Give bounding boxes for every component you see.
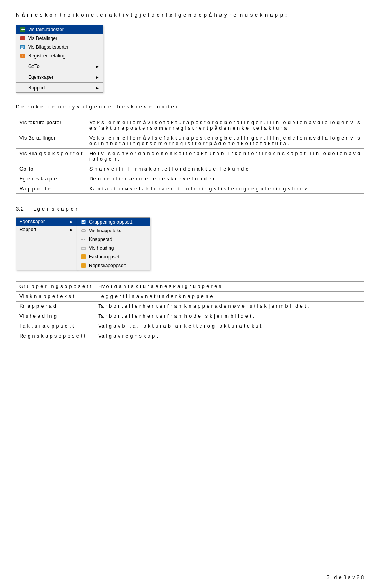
section-title: Eg e n s k a p e r <box>33 206 78 212</box>
svg-rect-4 <box>21 38 25 38</box>
main-table-desc-1: Ve k s l e r m e l l o m å v i s e f a k… <box>86 133 364 149</box>
main-table-row: Ra p p o r t e rKa n t a u t p r ø v e f… <box>16 184 364 194</box>
menu-item-rapport[interactable]: Rapport ► <box>16 83 103 92</box>
main-description-table: Vis faktura posterVe k s l e r m e l l o… <box>16 118 364 194</box>
menu3-item-regnskapsoppsett[interactable]: R Regnskapoppsett <box>77 261 150 270</box>
svg-text:$: $ <box>22 54 24 58</box>
svg-rect-11 <box>81 220 86 224</box>
second-table-row: Re g n s k a p s o p p s e t tVa l g a v… <box>16 331 364 341</box>
main-table-label-3: Go To <box>16 164 86 174</box>
main-table-desc-3: S n a r v e i t i l F i r m a k o r t e … <box>86 164 364 174</box>
second-table-label-2: Kn a p p e r a d <box>16 302 95 311</box>
svg-rect-17 <box>81 239 83 240</box>
second-table-row: Vi s he a d i n gTa r b o r t e l l e r … <box>16 311 364 321</box>
second-table-label-5: Re g n s k a p s o p p s e t t <box>16 331 95 341</box>
menu3-item-grupperingsoppsett[interactable]: Grupperings oppsett. <box>77 218 150 226</box>
menu3-label-grupperingsoppsett: Grupperings oppsett. <box>89 219 133 225</box>
main-table-label-4: Eg e n s k a p e r <box>16 174 86 184</box>
menu3-label-vis-heading: Vis heading <box>89 245 114 251</box>
section-32-heading: 3.2 Eg e n s k a p e r <box>16 206 364 212</box>
second-table-label-4: Fa k t u r a o p p s e t t <box>16 321 95 331</box>
menu3-label-fakturaoppsett: Fakturaoppsett <box>89 254 121 260</box>
menu-item-vis-betalinger[interactable]: Vis Betalinger <box>16 34 103 43</box>
main-table-desc-0: Ve k s l e r m e l l o m å v i s e f a k… <box>86 118 364 133</box>
second-table-desc-2: Ta r b o r t e l l e r h e n t e r f r a… <box>95 302 364 311</box>
svg-rect-13 <box>84 220 85 221</box>
second-table-desc-1: Le g g e r t i l n a v n e t u n d e r k… <box>95 292 364 302</box>
second-table-row: Vi s k n a p p e t e k s tLe g g e r t i… <box>16 292 364 302</box>
page-footer: S i d e 8 a v 2 8 <box>326 575 364 580</box>
fakturaoppsett-icon: F <box>80 254 87 260</box>
menu3-item-vis-heading[interactable]: Vis heading <box>77 244 150 252</box>
rapport-icon <box>19 85 26 91</box>
menu3-label-vis-knappetekst: Vis knappetekst <box>89 228 123 233</box>
vis-knappetekst-icon <box>80 228 87 234</box>
menu-item-vis-fakturaposter[interactable]: Vis fakturaposter <box>16 25 103 34</box>
context-menu-3: Grupperings oppsett. Vis knappetekst Kna… <box>77 217 150 270</box>
main-table-desc-5: Ka n t a u t p r ø v e f a k t u r a e r… <box>86 184 364 194</box>
menu-divider-2 <box>16 72 103 72</box>
main-table-label-5: Ra p p o r t e r <box>16 184 86 194</box>
desc-heading: D e e n k e l t e m e n y v a l g e n e … <box>16 104 364 110</box>
menu2-item-rapport[interactable]: Rapport ► <box>16 226 77 233</box>
second-table-row: Kn a p p e r a dTa r b o r t e l l e r h… <box>16 302 364 311</box>
svg-rect-16 <box>82 230 86 232</box>
context-menu-2: Egenskaper ► Rapport ► <box>16 217 77 270</box>
menu-divider-3 <box>16 82 103 83</box>
menu-label-registrer-betaling: Registrer betaling <box>28 53 65 59</box>
menu-item-goto[interactable]: GoTo ► <box>16 62 103 71</box>
svg-text:F: F <box>83 256 84 258</box>
goto-arrow-icon: ► <box>95 64 99 69</box>
menu2-label-egenskaper: Egenskaper <box>19 219 45 224</box>
menu-item-registrer-betaling[interactable]: $ Registrer betaling <box>16 51 103 60</box>
second-table-desc-3: Ta r b o r t e l l e r h e n t e r f r a… <box>95 311 364 321</box>
reg-icon: $ <box>19 53 26 59</box>
main-table-label-2: Vis Bila g s e k s p o r t e r <box>16 149 86 164</box>
menu-item-vis-bilagseksporter[interactable]: Vis Bilagseksporter <box>16 43 103 51</box>
svg-rect-12 <box>82 220 84 222</box>
second-table-label-1: Vi s k n a p p e t e k s t <box>16 292 95 302</box>
page-number: S i d e 8 a v 2 8 <box>326 575 364 580</box>
context-menu-2-wrapper: Egenskaper ► Rapport ► Grupperings oppse… <box>16 217 364 270</box>
second-table-label-0: Gr u p p e r i n g s o p p s e t t <box>16 282 95 292</box>
menu2-item-egenskaper[interactable]: Egenskaper ► <box>16 218 77 226</box>
menu2-rapport-arrow-icon: ► <box>70 228 74 232</box>
second-table-row: Gr u p p e r i n g s o p p s e t tHv o r… <box>16 282 364 292</box>
second-description-table: Gr u p p e r i n g s o p p s e t tHv o r… <box>16 281 364 341</box>
second-table-desc-5: Va l g a v r e g n s k a p . <box>95 331 364 341</box>
menu-label-vis-fakturaposter: Vis fakturaposter <box>28 27 64 32</box>
second-table-label-3: Vi s he a d i n g <box>16 311 95 321</box>
rapport-arrow-icon: ► <box>95 86 99 90</box>
main-table-row: Vis faktura posterVe k s l e r m e l l o… <box>16 118 364 133</box>
bilag-icon <box>19 44 26 50</box>
menu3-item-fakturaoppsett[interactable]: F Fakturaoppsett <box>77 252 150 261</box>
main-table-row: Go ToS n a r v e i t i l F i r m a k o r… <box>16 164 364 174</box>
svg-rect-2 <box>23 29 25 30</box>
main-table-row: Vis Be ta lingerVe k s l e r m e l l o m… <box>16 133 364 149</box>
betalinger-icon <box>19 35 26 42</box>
svg-rect-18 <box>84 239 86 240</box>
menu-item-egenskaper[interactable]: Egenskaper ► <box>16 73 103 82</box>
vis-heading-icon <box>80 245 87 251</box>
menu-label-goto: GoTo <box>28 64 40 69</box>
svg-rect-7 <box>21 47 24 48</box>
svg-rect-8 <box>21 48 23 49</box>
desc-section: D e e n k e l t e m e n y v a l g e n e … <box>16 104 364 110</box>
main-table-row: Vis Bila g s e k s p o r t e rHe r v i s… <box>16 149 364 164</box>
svg-rect-15 <box>84 223 85 224</box>
main-table-desc-2: He r v i s e s h v o r d a n d e n e n k… <box>86 149 364 164</box>
menu3-label-regnskapsoppsett: Regnskapoppsett <box>89 263 126 268</box>
egenskaper-arrow-icon: ► <box>95 75 99 80</box>
section-number: 3.2 <box>16 206 24 212</box>
main-table-label-0: Vis faktura poster <box>16 118 86 133</box>
second-table-row: Fa k t u r a o p p s e t tVa l g a v b l… <box>16 321 364 331</box>
main-table-row: Eg e n s k a p e rDe n n e b l i r n æ r… <box>16 174 364 184</box>
menu3-item-knapperad[interactable]: Knapperad <box>77 235 150 244</box>
menu-label-vis-bilagseksporter: Vis Bilagseksporter <box>28 44 69 50</box>
svg-text:R: R <box>82 264 84 267</box>
menu-label-rapport: Rapport <box>28 85 45 91</box>
knapperad-icon <box>80 236 87 243</box>
main-table-desc-4: De n n e b l i r n æ r m e r e b e s k r… <box>86 174 364 184</box>
menu-divider-1 <box>16 61 103 61</box>
menu3-item-vis-knappetekst[interactable]: Vis knappetekst <box>77 226 150 235</box>
